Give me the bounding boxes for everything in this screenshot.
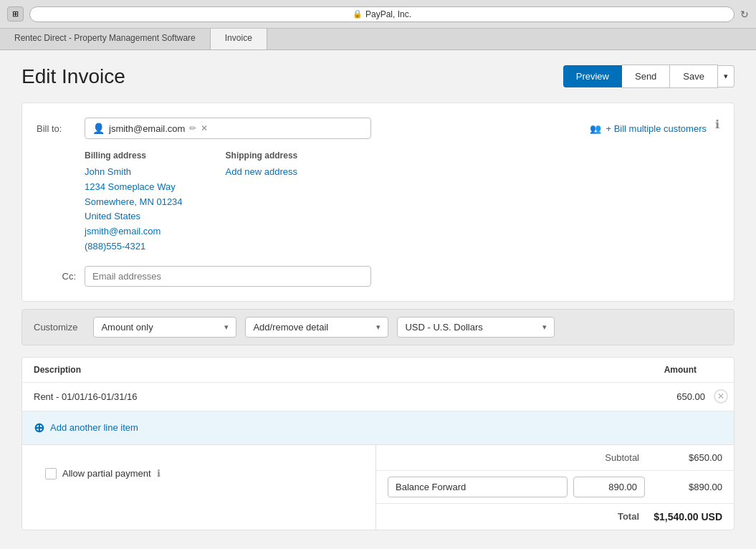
send-button[interactable]: Send [622, 65, 670, 88]
col-description-header: Description [34, 365, 636, 375]
subtotal-label: Subtotal [388, 452, 651, 463]
totals-left: Allow partial payment ℹ [22, 445, 375, 530]
grand-total-row: Total $1,540.00 USD [376, 504, 734, 530]
bill-to-row: Bill to: 👤 jsmith@email.com ✏ ✕ 👥 + Bill… [37, 118, 719, 139]
chevron-down-icon: ▾ [224, 323, 229, 332]
table-row: 650.00 ✕ [22, 383, 734, 411]
billing-city-state[interactable]: Somewhere, MN 01234 [85, 195, 183, 210]
shipping-address-col: Shipping address Add new address [226, 151, 298, 254]
balance-forward-name-input[interactable] [388, 477, 568, 497]
amount-only-select[interactable]: Amount only ▾ [93, 317, 236, 338]
add-new-address-link[interactable]: Add new address [226, 165, 298, 180]
tab-bar: Rentec Direct - Property Management Soft… [0, 29, 756, 50]
bill-to-label: Bill to: [37, 118, 76, 134]
currency-label: USD - U.S. Dollars [405, 322, 482, 333]
billing-street[interactable]: 1234 Someplace Way [85, 180, 183, 195]
line-items-header: Description Amount [22, 358, 734, 383]
person-group-icon: 👥 [590, 123, 601, 134]
tab-invoice[interactable]: Invoice [211, 29, 267, 49]
grand-total-label: Total [388, 511, 651, 522]
cc-row: Cc: [37, 266, 719, 287]
subtotal-row: Subtotal $650.00 [376, 445, 734, 471]
balance-forward-amount-input[interactable] [573, 477, 645, 497]
amount-only-label: Amount only [101, 322, 153, 333]
billing-phone[interactable]: (888)555-4321 [85, 239, 183, 254]
subtotal-value: $650.00 [651, 452, 722, 463]
preview-button[interactable]: Preview [563, 65, 622, 87]
line-item-amount: 650.00 [636, 383, 708, 411]
add-remove-detail-select[interactable]: Add/remove detail ▾ [245, 317, 388, 338]
main-content: Edit Invoice Preview Send Save ▾ Bill to… [0, 50, 756, 549]
line-items-table: Description Amount 650.00 ✕ ⊕ Add anothe… [21, 357, 735, 530]
totals-right: Subtotal $650.00 $890.00 Total $1,540.00… [375, 445, 734, 530]
bill-to-input-wrapper: 👤 jsmith@email.com ✏ ✕ [85, 118, 567, 139]
partial-payment-row: Allow partial payment ℹ [34, 457, 364, 491]
info-icon[interactable]: ℹ [715, 118, 719, 131]
add-multiple-label: + Bill multiple customers [606, 123, 707, 134]
col-amount-header: Amount [636, 365, 722, 375]
line-item-delete-button[interactable]: ✕ [708, 389, 734, 404]
tab-rentec[interactable]: Rentec Direct - Property Management Soft… [0, 29, 211, 49]
billing-address-col: Billing address John Smith 1234 Someplac… [85, 151, 183, 254]
allow-partial-payment-checkbox[interactable] [45, 468, 57, 479]
partial-payment-label: Allow partial payment [62, 468, 151, 479]
bill-to-section: Bill to: 👤 jsmith@email.com ✏ ✕ 👥 + Bill… [21, 102, 735, 302]
url-bar[interactable]: 🔒 PayPal, Inc. [29, 6, 735, 22]
customize-bar: Customize Amount only ▾ Add/remove detai… [21, 309, 735, 345]
totals-section: Allow partial payment ℹ Subtotal $650.00… [22, 445, 734, 530]
billing-email[interactable]: jsmith@email.com [85, 224, 183, 239]
browser-chrome: ⊞ 🔒 PayPal, Inc. ↻ [0, 0, 756, 29]
grand-total-value: $1,540.00 USD [651, 511, 722, 522]
currency-select[interactable]: USD - U.S. Dollars ▾ [397, 317, 555, 338]
lock-icon: 🔒 [353, 9, 363, 19]
cc-input[interactable] [85, 266, 371, 287]
delete-circle-icon[interactable]: ✕ [714, 389, 728, 404]
user-icon: 👤 [92, 123, 105, 134]
line-item-description-input[interactable] [22, 383, 636, 411]
bill-to-input[interactable]: 👤 jsmith@email.com ✏ ✕ [85, 118, 371, 139]
sidebar-toggle-button[interactable]: ⊞ [7, 6, 24, 22]
billing-country[interactable]: United States [85, 209, 183, 224]
save-button[interactable]: Save [670, 65, 718, 88]
url-text: PayPal, Inc. [365, 9, 411, 19]
edit-icon[interactable]: ✏ [189, 123, 196, 133]
billing-address-heading: Billing address [85, 151, 183, 161]
reload-button[interactable]: ↻ [740, 9, 749, 20]
add-icon: ⊕ [34, 420, 44, 436]
add-multiple-customers-link[interactable]: 👥 + Bill multiple customers [590, 118, 707, 134]
bill-to-email: jsmith@email.com [109, 123, 185, 134]
balance-forward-row: $890.00 [376, 471, 734, 504]
billing-name[interactable]: John Smith [85, 165, 183, 180]
shipping-address-heading: Shipping address [226, 151, 298, 161]
addresses-row: Billing address John Smith 1234 Someplac… [85, 151, 719, 254]
customize-label: Customize [34, 322, 77, 333]
add-line-item-button[interactable]: ⊕ Add another line item [22, 411, 734, 445]
partial-payment-info-icon[interactable]: ℹ [157, 468, 161, 479]
page-header: Edit Invoice Preview Send Save ▾ [21, 65, 735, 88]
save-dropdown-button[interactable]: ▾ [718, 65, 735, 87]
chevron-down-icon-2: ▾ [376, 323, 381, 332]
cc-label: Cc: [37, 271, 76, 282]
balance-forward-total: $890.00 [651, 482, 722, 492]
chevron-down-icon-3: ▾ [542, 323, 547, 332]
close-icon[interactable]: ✕ [201, 123, 208, 133]
header-buttons: Preview Send Save ▾ [563, 65, 735, 88]
add-remove-detail-label: Add/remove detail [253, 322, 328, 333]
add-line-item-label: Add another line item [50, 422, 138, 433]
page-title: Edit Invoice [21, 65, 125, 88]
